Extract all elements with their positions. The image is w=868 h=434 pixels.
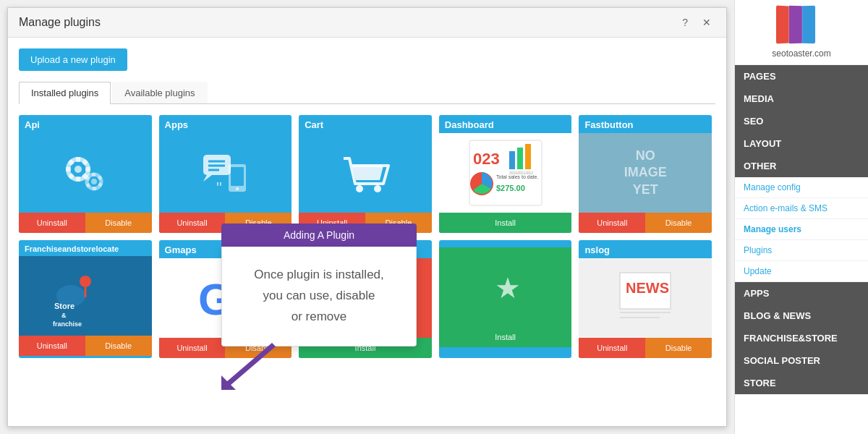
svg-text:NEWS: NEWS <box>626 280 669 296</box>
plugin-generic-icon: ★ <box>484 258 527 316</box>
plugin-title-newslog: nslog <box>579 240 712 258</box>
sidebar-section-store[interactable]: STORE <box>735 372 868 394</box>
uninstall-newslog-button[interactable]: Uninstall <box>579 338 645 358</box>
plugin-actions-fastbutton: Uninstall Disable <box>579 213 712 233</box>
plugin-actions-newslog: Uninstall Disable <box>579 338 712 358</box>
store-map-icon: Store & franchise <box>46 260 125 332</box>
sidebar-section-social[interactable]: SOCIAL POSTER <box>735 349 868 372</box>
store-locator-image: Store & franchise <box>19 256 152 336</box>
uninstall-franchise-button[interactable]: Uninstall <box>19 336 85 356</box>
sidebar: seotoaster.com PAGES MEDIA SEO LAYOUT OT… <box>734 0 868 434</box>
dialog-body: Upload a new plugin Installed plugins Av… <box>8 38 726 426</box>
no-image-text: NOIMAGEYET <box>579 133 712 213</box>
uninstall-api-button[interactable]: Uninstall <box>19 213 85 233</box>
sidebar-item-manage-config[interactable]: Manage config <box>735 177 868 198</box>
sidebar-item-plugins[interactable]: Plugins <box>735 240 868 261</box>
close-button[interactable]: ✕ <box>698 15 715 30</box>
news-icon: NEWS <box>613 265 678 331</box>
logo-books <box>776 6 827 46</box>
uninstall-apps-button[interactable]: Uninstall <box>159 213 226 233</box>
svg-text:": " <box>216 179 222 197</box>
sidebar-section-pages[interactable]: PAGES <box>735 65 868 88</box>
svg-rect-10 <box>66 167 71 171</box>
svg-point-42 <box>80 276 91 287</box>
tooltip-body: Once plugin is installed,you can use, di… <box>221 247 417 346</box>
plugin-image-api <box>19 133 152 213</box>
uninstall-fastbutton-button[interactable]: Uninstall <box>579 213 645 233</box>
plugin-image-franchise: Store & franchise <box>19 256 152 336</box>
svg-point-1 <box>75 166 82 173</box>
sidebar-section-blog[interactable]: BLOG & NEWS <box>735 305 868 327</box>
svg-text:Store: Store <box>54 302 75 310</box>
dashboard-chart-icon: 023 Total s <box>466 137 545 209</box>
plugin-image-dashboard: 023 Total s <box>439 133 572 213</box>
plugin-title-unknown <box>439 240 572 247</box>
sidebar-section-apps[interactable]: APPS <box>735 282 868 305</box>
plugin-card-unknown: ★ Install <box>439 240 572 358</box>
svg-point-25 <box>236 187 239 190</box>
install-dashboard-button[interactable]: Install <box>439 213 572 233</box>
tab-available[interactable]: Available plugins <box>112 82 207 103</box>
sidebar-section-other[interactable]: OTHER <box>735 155 868 177</box>
sidebar-section-franchise[interactable]: FRANCHISE&STORE <box>735 327 868 349</box>
svg-rect-32 <box>517 148 523 169</box>
svg-point-27 <box>356 185 363 192</box>
plugin-actions-franchise: Uninstall Disable <box>19 336 152 356</box>
svg-text:★: ★ <box>495 272 521 304</box>
plugin-title-api: Api <box>19 115 152 133</box>
disable-api-button[interactable]: Disable <box>85 213 152 233</box>
svg-rect-4 <box>76 157 80 162</box>
plugin-card-newslog: nslog NEWS <box>579 240 712 358</box>
plugin-card-dashboard: Dashboard 023 <box>439 115 572 233</box>
cart-icon <box>336 144 394 202</box>
plugin-card-fastbutton: Fastbutton NOIMAGEYET Uninstall Disable <box>579 115 712 233</box>
svg-text:2010: 2010 <box>509 171 517 175</box>
sidebar-item-manage-users[interactable]: Manage users <box>735 219 868 240</box>
plugin-image-newslog: NEWS <box>579 258 712 338</box>
svg-text:Total sales to date.: Total sales to date. <box>496 174 538 179</box>
upload-plugin-button[interactable]: Upload a new plugin <box>19 48 127 71</box>
sidebar-item-action-emails[interactable]: Action e-mails & SMS <box>735 198 868 219</box>
plugin-image-cart <box>299 133 432 213</box>
plugin-image-apps: " <box>159 133 292 213</box>
tabs-container: Installed plugins Available plugins <box>19 82 715 104</box>
sidebar-nav: PAGES MEDIA SEO LAYOUT OTHER Manage conf… <box>735 65 868 434</box>
svg-rect-31 <box>509 151 515 169</box>
plugin-title-franchise: Franchiseandstorelocate <box>19 240 152 256</box>
dialog-title: Manage plugins <box>19 16 101 29</box>
svg-rect-6 <box>85 167 90 171</box>
plugin-card-api: Api <box>19 115 152 233</box>
svg-marker-61 <box>221 343 276 390</box>
svg-rect-8 <box>76 176 80 182</box>
dialog-header: Manage plugins ? ✕ <box>8 8 726 38</box>
sidebar-item-update[interactable]: Update <box>735 261 868 282</box>
tooltip-container: Adding A Plugin Once plugin is installed… <box>221 224 417 393</box>
svg-text:$275.00: $275.00 <box>496 184 525 192</box>
tab-installed[interactable]: Installed plugins <box>19 82 111 104</box>
sidebar-section-seo[interactable]: SEO <box>735 110 868 132</box>
svg-text:023: 023 <box>473 150 500 168</box>
main-area: Manage plugins ? ✕ Upload a new plugin I… <box>0 0 734 434</box>
disable-fastbutton-button[interactable]: Disable <box>645 213 712 233</box>
plugin-actions-dashboard: Install <box>439 213 572 233</box>
disable-franchise-button[interactable]: Disable <box>85 336 152 356</box>
plugin-image-unknown: ★ <box>439 247 572 327</box>
svg-marker-19 <box>203 175 212 182</box>
disable-newslog-button[interactable]: Disable <box>645 338 712 358</box>
svg-text:2011: 2011 <box>517 171 525 175</box>
tooltip-text: Once plugin is installed,you can use, di… <box>244 265 394 328</box>
svg-rect-15 <box>93 187 96 190</box>
help-button[interactable]: ? <box>678 15 692 30</box>
plugin-card-cart: Cart Uninstall Disable <box>299 115 432 233</box>
svg-point-3 <box>91 179 97 184</box>
plugins-wrapper[interactable]: Api <box>19 115 715 415</box>
svg-text:&: & <box>61 312 67 319</box>
plugin-image-fastbutton: NOIMAGEYET <box>579 133 712 213</box>
plugin-card-apps: Apps <box>159 115 292 233</box>
sidebar-section-layout[interactable]: LAYOUT <box>735 132 868 155</box>
gears-icon <box>56 144 114 202</box>
install-unknown-button[interactable]: Install <box>439 327 572 347</box>
plugin-title-cart: Cart <box>299 115 432 133</box>
sidebar-section-media[interactable]: MEDIA <box>735 88 868 110</box>
sidebar-logo: seotoaster.com <box>735 0 868 65</box>
